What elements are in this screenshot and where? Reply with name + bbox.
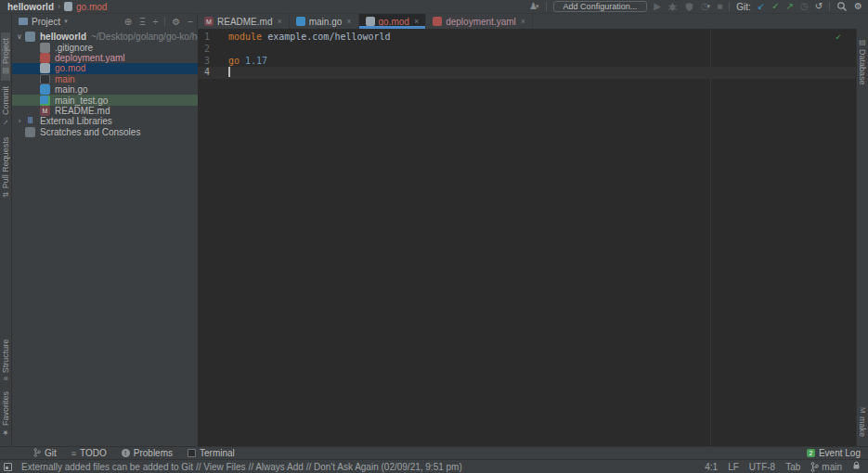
stripe-label: make bbox=[858, 416, 867, 437]
stop-icon[interactable]: ■ bbox=[717, 2, 722, 11]
tree-item-label: deployment.yaml bbox=[55, 53, 125, 63]
tool-window-button-problems[interactable]: !Problems bbox=[122, 448, 173, 458]
markdown-file-icon: M bbox=[204, 17, 214, 26]
code-text bbox=[226, 67, 230, 79]
breadcrumb-project[interactable]: helloworld bbox=[7, 2, 54, 12]
code-text bbox=[226, 44, 228, 56]
tab-main.go[interactable]: main.go× bbox=[290, 14, 359, 29]
commit-stripe-icon: ✓ bbox=[2, 118, 10, 126]
status-message[interactable]: Externally added files can be added to G… bbox=[21, 462, 462, 472]
close-icon[interactable]: × bbox=[346, 17, 351, 26]
hide-panel-icon[interactable]: − bbox=[188, 17, 193, 27]
text-caret bbox=[228, 67, 230, 77]
tool-window-button-label: Problems bbox=[134, 448, 173, 458]
caret-position[interactable]: 4:1 bbox=[705, 462, 718, 472]
stripe-label: Favorites bbox=[1, 391, 10, 426]
code-line-4[interactable]: 4 bbox=[198, 67, 856, 79]
code-token: 1.17 bbox=[245, 56, 267, 66]
panel-settings-gear-icon[interactable]: ⚙ bbox=[172, 17, 180, 27]
todo-icon: ≡ bbox=[71, 449, 76, 458]
breadcrumb-separator: › bbox=[58, 2, 60, 11]
project-tree: ∨helloworld~/Desktop/golang/go-ko/hellow… bbox=[12, 29, 198, 446]
gomod-file-icon bbox=[366, 17, 375, 26]
go-mod-file-icon bbox=[64, 2, 72, 11]
collapse-all-icon[interactable]: Ξ bbox=[139, 17, 146, 27]
tree-item-deployment-yaml[interactable]: deployment.yaml bbox=[12, 53, 198, 63]
code-lines: 1module example.com/helloworld23go 1.174 bbox=[198, 29, 856, 79]
event-log-button[interactable]: 2Event Log bbox=[807, 448, 861, 458]
tab-deployment.yaml[interactable]: deployment.yaml× bbox=[426, 14, 533, 29]
tool-window-switcher-icon[interactable] bbox=[4, 463, 12, 471]
stripe-item-database[interactable]: ▤Database bbox=[858, 32, 867, 91]
tree-item-external-libraries[interactable]: ›ⅢExternal Libraries bbox=[12, 116, 198, 126]
indent-style[interactable]: Tab bbox=[785, 462, 800, 472]
tool-window-button-git[interactable]: Git bbox=[33, 448, 57, 459]
close-icon[interactable]: × bbox=[414, 17, 419, 26]
push-icon[interactable]: ↗ bbox=[786, 2, 794, 11]
tab-label: deployment.yaml bbox=[446, 17, 516, 27]
editor[interactable]: ✓ 1module example.com/helloworld23go 1.1… bbox=[198, 29, 856, 446]
tree-item--gitignore[interactable]: .gitignore bbox=[12, 42, 198, 52]
run-with-coverage-icon[interactable] bbox=[684, 2, 694, 12]
stripe-item-favorites[interactable]: ★Favorites bbox=[1, 386, 10, 442]
file-encoding[interactable]: UTF-8 bbox=[749, 462, 775, 472]
tree-collapsed-arrow-icon[interactable]: › bbox=[14, 117, 25, 125]
tab-README.md[interactable]: MREADME.md× bbox=[198, 14, 290, 29]
tree-item-readme-md[interactable]: MREADME.md bbox=[12, 106, 198, 116]
favorites-icon: ★ bbox=[2, 428, 10, 437]
tab-label: README.md bbox=[217, 17, 272, 27]
tab-go.mod[interactable]: go.mod× bbox=[359, 14, 427, 29]
tree-item-helloworld[interactable]: ∨helloworld~/Desktop/golang/go-ko/hellow… bbox=[12, 32, 198, 42]
debug-icon[interactable] bbox=[667, 2, 678, 12]
chevron-down-icon[interactable]: ▾ bbox=[64, 18, 68, 25]
close-icon[interactable]: × bbox=[277, 17, 281, 26]
go-file-icon bbox=[296, 17, 305, 26]
code-with-me-button[interactable]: ♟ ▾ bbox=[529, 2, 538, 11]
profiler-button[interactable]: ◷ ▾ bbox=[701, 2, 710, 11]
close-icon[interactable]: × bbox=[521, 17, 525, 26]
search-everywhere-icon[interactable] bbox=[836, 1, 848, 12]
commit-icon[interactable]: ✓ bbox=[771, 2, 779, 11]
git-branch-widget[interactable]: main bbox=[810, 462, 842, 472]
stripe-label: Database bbox=[858, 49, 867, 85]
tool-window-button-terminal[interactable]: Terminal bbox=[188, 448, 235, 458]
lock-icon[interactable] bbox=[852, 461, 861, 472]
line-number: 4 bbox=[198, 67, 226, 79]
line-ending[interactable]: LF bbox=[728, 462, 739, 472]
stripe-label: Project bbox=[1, 38, 10, 64]
line-number: 1 bbox=[198, 32, 226, 44]
expand-collapse-icon[interactable]: ÷ bbox=[153, 17, 159, 27]
tree-item-main[interactable]: main bbox=[12, 74, 198, 84]
tree-item-label: Scratches and Consoles bbox=[40, 127, 140, 137]
project-panel-title[interactable]: Project bbox=[32, 17, 60, 27]
stripe-item-commit[interactable]: ✓Commit bbox=[1, 81, 10, 132]
tree-expanded-arrow-icon[interactable]: ∨ bbox=[14, 32, 25, 41]
rollback-icon[interactable]: ↺ bbox=[815, 2, 823, 11]
stripe-item-structure[interactable]: ≡Structure bbox=[1, 334, 10, 386]
tree-item-main-test-go[interactable]: main_test.go bbox=[12, 95, 198, 105]
locate-file-icon[interactable]: ⊕ bbox=[124, 17, 132, 27]
tree-item-go-mod[interactable]: go.mod bbox=[12, 63, 198, 73]
main-area: ▤Project✓Commit⇅Pull Requests≡Structure★… bbox=[0, 29, 868, 446]
history-icon[interactable]: ◷ bbox=[800, 2, 809, 11]
add-configuration-button[interactable]: Add Configuration... bbox=[553, 1, 648, 12]
stripe-item-pull-requests[interactable]: ⇅Pull Requests bbox=[1, 132, 10, 203]
stripe-item-project[interactable]: ▤Project bbox=[1, 32, 10, 81]
right-tool-stripe: ▤DatabaseMmake bbox=[856, 29, 868, 446]
code-line-2[interactable]: 2 bbox=[198, 44, 856, 56]
update-project-icon[interactable]: ↙ bbox=[758, 2, 765, 11]
tool-window-button-todo[interactable]: ≡TODO bbox=[71, 448, 107, 458]
run-icon[interactable]: ▶ bbox=[654, 2, 661, 11]
code-line-3[interactable]: 3go 1.17 bbox=[198, 56, 856, 68]
tree-item-label: main_test.go bbox=[55, 96, 108, 106]
project-view-icon bbox=[19, 18, 28, 25]
line-number: 3 bbox=[198, 56, 226, 68]
breadcrumb-file[interactable]: go.mod bbox=[76, 2, 107, 12]
tree-item-scratches-and-consoles[interactable]: Scratches and Consoles bbox=[12, 127, 198, 137]
gitignore-icon bbox=[40, 43, 50, 53]
settings-gear-icon[interactable]: ⚙ bbox=[854, 2, 862, 11]
project-icon: ▤ bbox=[2, 67, 10, 75]
tree-item-main-go[interactable]: main.go bbox=[12, 84, 198, 95]
code-line-1[interactable]: 1module example.com/helloworld bbox=[198, 32, 856, 44]
stripe-item-make[interactable]: Mmake bbox=[858, 402, 867, 442]
